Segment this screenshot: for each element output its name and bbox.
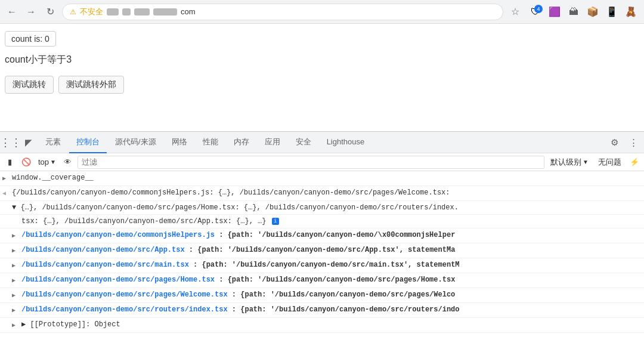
ext-mobile-icon[interactable]: 📱 xyxy=(603,4,620,20)
no-issues-label: 无问题 xyxy=(595,157,625,168)
jump-external-button[interactable]: 测试跳转外部 xyxy=(58,76,124,94)
home-link[interactable]: /builds/canyon/canyon-demo/src/pages/Hom… xyxy=(21,276,215,284)
count-description: count小于等于3 xyxy=(5,54,639,66)
main-val: : {path: '/builds/canyon/canyon-demo/src… xyxy=(193,261,459,269)
main-text: /builds/canyon/canyon-demo/src/main.tsx … xyxy=(21,260,642,270)
devtools-tabbar: ⋮⋮ ◤ 元素 控制台 源代码/来源 网络 性能 内存 应用 安全 Lighth… xyxy=(0,132,644,153)
console-line-object: ◀ {/builds/canyon/canyon-demo/commonjsHe… xyxy=(0,186,644,201)
main-link[interactable]: /builds/canyon/canyon-demo/src/main.tsx xyxy=(21,261,189,269)
welcome-val: : {path: '/builds/canyon/canyon-demo/src… xyxy=(232,291,455,299)
common-text: /builds/canyon/canyon-demo/commonjsHelpe… xyxy=(21,230,642,240)
reload-button[interactable]: ↻ xyxy=(43,5,57,19)
console-line-expanded-2: tsx: {…}, /builds/canyon/canyon-demo/src… xyxy=(0,215,644,228)
console-line-prototype: ▶ ▶ [[Prototype]]: Object xyxy=(0,318,644,333)
home-text: /builds/canyon/canyon-demo/src/pages/Hom… xyxy=(21,274,642,285)
expanded-text-2: tsx: {…}, /builds/canyon/canyon-demo/src… xyxy=(21,216,642,227)
console-line-app: ▶ /builds/canyon/canyon-demo/src/App.tsx… xyxy=(0,243,644,258)
expand-arrow-prototype[interactable]: ▶ xyxy=(12,320,20,331)
log-level-label: 默认级别 xyxy=(550,157,581,168)
security-text: 不安全 xyxy=(80,7,103,17)
context-dropdown-icon: ▼ xyxy=(50,159,56,165)
devtools-cursor-icon[interactable]: ⋮⋮ xyxy=(2,134,19,151)
info-badge: i xyxy=(272,218,279,225)
expand-arrow-app[interactable]: ▶ xyxy=(12,246,20,257)
button-row: 测试跳转 测试跳转外部 xyxy=(5,76,639,94)
devtools-inspect-icon[interactable]: ◤ xyxy=(20,134,37,151)
security-icon: ⚠ xyxy=(70,8,76,16)
expand-arrow-less[interactable]: ◀ xyxy=(2,189,11,199)
devtools-right-controls: ⚙ ⋮ xyxy=(606,134,642,151)
url-blurred-4 xyxy=(153,8,177,16)
log-level-selector[interactable]: 默认级别 ▼ xyxy=(547,156,592,169)
context-selector[interactable]: top ▼ xyxy=(36,156,58,168)
jump-button[interactable]: 测试跳转 xyxy=(5,76,54,94)
app-val: : {path: '/builds/canyon/canyon-demo/src… xyxy=(189,246,455,254)
console-toolbar: ▮ 🚫 top ▼ 👁 默认级别 ▼ 无问题 ⚡ xyxy=(0,153,644,171)
url-com: com xyxy=(181,7,196,16)
url-blurred-3 xyxy=(134,8,150,16)
expand-arrow-coverage[interactable]: ▶ xyxy=(2,174,11,184)
url-blurred-1 xyxy=(107,8,119,16)
tab-application[interactable]: 应用 xyxy=(258,132,287,153)
count-badge: count is: 0 xyxy=(5,31,56,47)
tab-performance[interactable]: 性能 xyxy=(196,132,225,153)
clear-console-button[interactable]: 🚫 xyxy=(19,155,33,169)
devtools-settings-icon[interactable]: ⚙ xyxy=(606,134,623,151)
extension-badge-icon[interactable]: 🛡 4 xyxy=(527,4,544,20)
address-bar[interactable]: ⚠ 不安全 com xyxy=(62,4,503,20)
tab-lighthouse[interactable]: Lighthouse xyxy=(320,132,372,153)
expand-arrow-main[interactable]: ▶ xyxy=(12,261,20,271)
console-output: ▶ window.__coverage__ ◀ {/builds/canyon/… xyxy=(0,171,644,333)
routers-link[interactable]: /builds/canyon/canyon-demo/src/routers/i… xyxy=(21,305,228,314)
prototype-text: ▶ [[Prototype]]: Object xyxy=(21,319,642,330)
sidebar-toggle-button[interactable]: ▮ xyxy=(2,155,17,169)
log-level-dropdown-icon: ▼ xyxy=(583,159,589,165)
toolbar-icons: 🛡 4 🟪 🏔 📦 📱 🧸 xyxy=(527,4,639,20)
devtools-more-icon[interactable]: ⋮ xyxy=(625,134,642,151)
issues-icon[interactable]: ⚡ xyxy=(627,155,642,169)
console-line-home: ▶ /builds/canyon/canyon-demo/src/pages/H… xyxy=(0,273,644,288)
tab-security[interactable]: 安全 xyxy=(289,132,318,153)
tab-elements[interactable]: 元素 xyxy=(38,132,68,153)
console-line-common: ▶ /builds/canyon/canyon-demo/commonjsHel… xyxy=(0,228,644,243)
console-line-main: ▶ /builds/canyon/canyon-demo/src/main.ts… xyxy=(0,258,644,273)
context-label: top xyxy=(38,157,49,166)
home-val: : {path: '/builds/canyon/canyon-demo/src… xyxy=(219,276,455,284)
extension-badge-count: 4 xyxy=(534,5,543,13)
console-line-routers: ▶ /builds/canyon/canyon-demo/src/routers… xyxy=(0,303,644,318)
eye-icon-button[interactable]: 👁 xyxy=(61,155,75,169)
tab-memory[interactable]: 内存 xyxy=(227,132,256,153)
page-content: count is: 0 count小于等于3 测试跳转 测试跳转外部 xyxy=(0,24,644,131)
routers-val: : {path: '/builds/canyon/canyon-demo/src… xyxy=(232,305,460,314)
console-filter-input[interactable] xyxy=(78,156,544,169)
console-line-coverage: ▶ window.__coverage__ xyxy=(0,171,644,186)
expand-arrow-routers[interactable]: ▶ xyxy=(12,305,20,316)
console-line-welcome: ▶ /builds/canyon/canyon-demo/src/pages/W… xyxy=(0,288,644,303)
app-text: /builds/canyon/canyon-demo/src/App.tsx :… xyxy=(21,245,642,255)
expand-arrow-home[interactable]: ▶ xyxy=(12,276,20,286)
tab-console[interactable]: 控制台 xyxy=(69,132,107,153)
tab-network[interactable]: 网络 xyxy=(165,132,194,153)
common-val: : {path: '/builds/canyon/canyon-demo/\x0… xyxy=(219,231,455,239)
tab-sources[interactable]: 源代码/来源 xyxy=(108,132,163,153)
ext-box-icon[interactable]: 📦 xyxy=(584,4,601,20)
url-blurred-2 xyxy=(122,8,131,16)
expand-arrow-common[interactable]: ▶ xyxy=(12,231,20,242)
ext-cookie-icon[interactable]: 🧸 xyxy=(623,4,639,20)
object-text: {/builds/canyon/canyon-demo/commonjsHelp… xyxy=(12,187,642,198)
ext-mountain-icon[interactable]: 🏔 xyxy=(565,4,582,20)
app-link[interactable]: /builds/canyon/canyon-demo/src/App.tsx xyxy=(21,246,185,254)
devtools-panel: ⋮⋮ ◤ 元素 控制台 源代码/来源 网络 性能 内存 应用 安全 Lighth… xyxy=(0,131,644,333)
ext-purple-icon[interactable]: 🟪 xyxy=(546,4,563,20)
welcome-link[interactable]: /builds/canyon/canyon-demo/src/pages/Wel… xyxy=(21,291,228,299)
expand-arrow-welcome[interactable]: ▶ xyxy=(12,291,20,301)
forward-button[interactable]: → xyxy=(24,5,38,19)
routers-text: /builds/canyon/canyon-demo/src/routers/i… xyxy=(21,304,642,315)
back-button[interactable]: ← xyxy=(5,5,19,19)
coverage-text: window.__coverage__ xyxy=(12,172,642,183)
star-button[interactable]: ☆ xyxy=(508,5,522,19)
browser-chrome: ← → ↻ ⚠ 不安全 com ☆ 🛡 4 🟪 🏔 📦 📱 🧸 xyxy=(0,0,644,24)
object-text-content: {/builds/canyon/canyon-demo/commonjsHelp… xyxy=(12,189,450,197)
welcome-text: /builds/canyon/canyon-demo/src/pages/Wel… xyxy=(21,289,642,300)
common-link[interactable]: /builds/canyon/canyon-demo/commonjsHelpe… xyxy=(21,231,215,239)
